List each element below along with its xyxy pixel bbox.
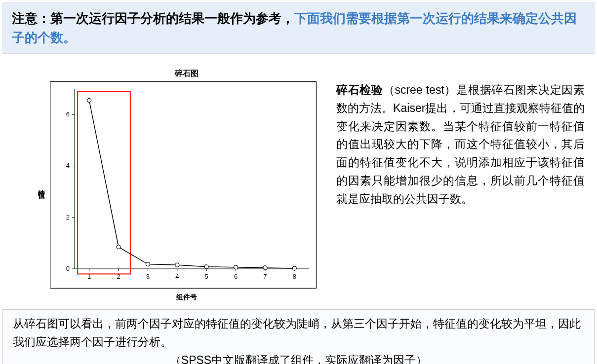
svg-text:6: 6 xyxy=(66,110,70,118)
footer-line2-post: ） xyxy=(416,354,427,364)
chart-svg-box: 024612345678 xyxy=(50,81,317,291)
svg-text:4: 4 xyxy=(175,273,179,280)
chart-ylabel: 特征值 xyxy=(37,184,46,187)
svg-text:0: 0 xyxy=(66,265,70,272)
svg-text:2: 2 xyxy=(66,214,70,221)
explanation-rest: 是根据碎石图来决定因素数的方法。Kaiser提出，可通过直接观察特征值的变化来决… xyxy=(336,83,585,205)
chart-title: 碎石图 xyxy=(37,69,317,79)
footer-line2-underline: 因子 xyxy=(393,354,416,364)
footer-line1: 从碎石图可以看出，前两个因子对应的特征值的变化较为陡峭，从第三个因子开始，特征值… xyxy=(13,315,584,351)
chart-wrapper: 特征值 024612345678 xyxy=(37,81,317,291)
scree-chart-svg: 024612345678 xyxy=(50,81,317,289)
explanation-bold: 碎石检验 xyxy=(336,83,383,96)
middle-row: 碎石图 特征值 024612345678 组件号 碎石检验（scree test… xyxy=(2,69,595,302)
svg-text:5: 5 xyxy=(205,273,208,280)
svg-point-29 xyxy=(87,98,91,102)
footer-line2-pre: （SPSS中文版翻译成了组件，实际应翻译为 xyxy=(170,354,393,364)
svg-point-33 xyxy=(204,265,208,269)
footer-box: 从碎石图可以看出，前两个因子对应的特征值的变化较为陡峭，从第三个因子开始，特征值… xyxy=(2,309,595,364)
footer-line2: （SPSS中文版翻译成了组件，实际应翻译为因子） xyxy=(13,351,584,364)
svg-text:8: 8 xyxy=(293,273,296,280)
svg-point-30 xyxy=(117,245,120,249)
explanation-text: 碎石检验（scree test）是根据碎石图来决定因素数的方法。Kaiser提出… xyxy=(336,69,595,302)
svg-text:4: 4 xyxy=(66,162,70,169)
header-note-box: 注意：第一次运行因子分析的结果一般作为参考，下面我们需要根据第一次运行的结果来确… xyxy=(2,2,595,54)
header-bold: 注意：第一次运行因子分析的结果一般作为参考， xyxy=(12,11,294,26)
chart-xlabel: 组件号 xyxy=(37,293,317,302)
svg-text:3: 3 xyxy=(146,273,150,280)
svg-point-34 xyxy=(234,265,238,269)
svg-point-36 xyxy=(292,266,296,270)
svg-point-35 xyxy=(263,266,267,270)
svg-point-32 xyxy=(175,263,179,267)
chart-area: 碎石图 特征值 024612345678 组件号 xyxy=(2,69,317,302)
svg-point-31 xyxy=(146,262,150,266)
svg-text:7: 7 xyxy=(263,273,267,280)
header-note-text: 注意：第一次运行因子分析的结果一般作为参考，下面我们需要根据第一次运行的结果来确… xyxy=(12,9,585,47)
explanation-paren: （scree test） xyxy=(383,83,456,96)
svg-text:6: 6 xyxy=(234,273,238,280)
svg-rect-1 xyxy=(75,89,309,269)
